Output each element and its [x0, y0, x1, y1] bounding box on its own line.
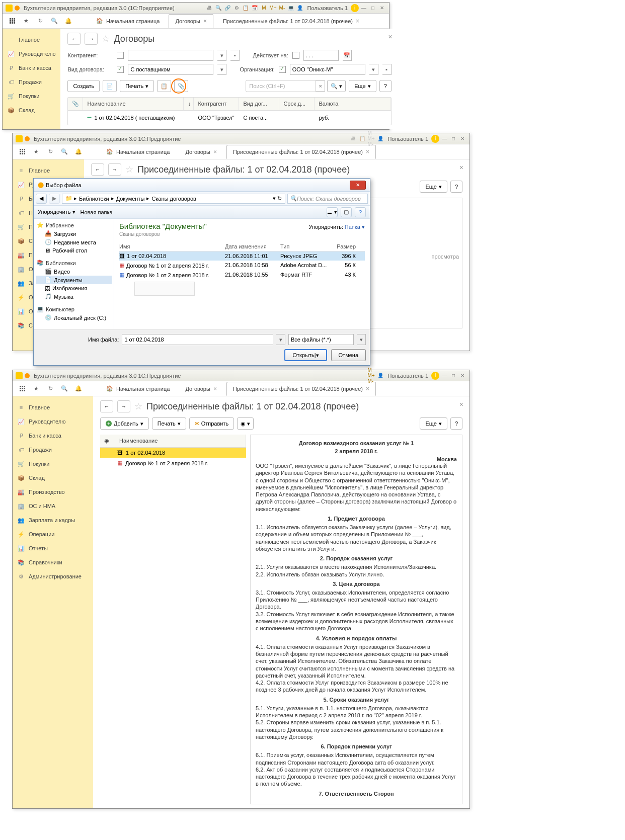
col-sort[interactable]: ↓ — [184, 98, 194, 110]
validon-input[interactable]: . . . — [303, 50, 339, 61]
col-type[interactable]: Вид дог... — [239, 98, 279, 110]
tab-close-icon[interactable]: × — [213, 148, 217, 155]
lib-documents[interactable]: 📄 Документы — [36, 276, 112, 284]
col-icon[interactable]: ◉ — [100, 435, 115, 447]
star-icon[interactable]: ★ — [21, 16, 32, 27]
org-dropdown[interactable]: ▾ — [369, 64, 378, 75]
help-button[interactable]: ? — [379, 80, 392, 92]
list-item[interactable]: ▦ Договор № 1 от 2 апреля 2018 г. — [100, 458, 246, 468]
search-button[interactable]: 🔍 ▾ — [327, 80, 346, 92]
print-icon[interactable]: 🖶 — [205, 4, 213, 12]
info-icon[interactable]: i — [351, 4, 359, 12]
tab-contracts[interactable]: Договоры × — [179, 145, 223, 159]
star-icon[interactable]: ★ — [31, 146, 42, 157]
info-icon[interactable]: i — [431, 135, 439, 143]
lib-group[interactable]: 📚 Библиотеки — [36, 259, 112, 267]
sidebar-item[interactable]: ≡Главное — [13, 400, 93, 414]
minimize-icon[interactable]: — — [360, 4, 368, 12]
calc-icon[interactable]: 📋 — [242, 4, 250, 12]
sidebar-item-bank[interactable]: ₽Банк и касса — [3, 61, 60, 75]
tab-attached[interactable]: Присоединенные файлы: 1 от 02.04.2018 (п… — [226, 382, 376, 396]
filter-dropdown[interactable]: ▾ — [357, 334, 366, 345]
org-more[interactable]: ▪ — [382, 64, 392, 75]
tab-close-icon[interactable]: × — [366, 148, 369, 155]
col-name[interactable]: Наименование — [115, 435, 246, 447]
fav-downloads[interactable]: 📥 Загрузки — [36, 229, 112, 238]
sidebar-item-warehouse[interactable]: 📦Склад — [3, 103, 60, 117]
page-close-icon[interactable]: × — [459, 163, 463, 172]
file-row[interactable]: ▦ Договор № 1 от 2 апреля 2018 г. 21.06.… — [119, 261, 365, 270]
close-icon[interactable]: ✕ — [378, 4, 386, 12]
bell-icon[interactable]: 🔔 — [73, 146, 84, 157]
window-icon[interactable]: 💻 — [287, 4, 295, 12]
contractor-checkbox[interactable] — [117, 52, 124, 59]
sidebar-item-main[interactable]: ≡Главное — [3, 33, 60, 47]
col-size[interactable]: Размер — [336, 243, 356, 249]
open-button[interactable]: Открыть |▾ — [284, 349, 327, 361]
date-picker-icon[interactable]: 📅 — [343, 50, 352, 61]
sidebar-item[interactable]: ≡Главное — [13, 163, 84, 178]
m-icon[interactable]: M — [260, 4, 268, 12]
preview-toggle[interactable]: ▢ — [341, 207, 352, 217]
print-button[interactable]: Печать ▾ — [152, 417, 186, 430]
newfolder-button[interactable]: Новая папка — [81, 209, 113, 215]
minimize-icon[interactable]: — — [440, 372, 448, 380]
tab-home[interactable]: 🏠 Начальная страница — [90, 15, 166, 27]
col-type[interactable]: Тип — [280, 243, 336, 249]
user-name[interactable]: Пользователь 1 — [385, 373, 430, 379]
search-icon[interactable]: 🔍 — [59, 146, 70, 157]
fav-group[interactable]: ⭐ Избранное — [36, 221, 112, 229]
col-term[interactable]: Срок д... — [279, 98, 315, 110]
org-checkbox[interactable] — [279, 66, 286, 73]
back-button[interactable]: ← — [67, 33, 81, 45]
comp-group[interactable]: 💻 Компьютер — [36, 305, 112, 313]
sort-value[interactable]: Папка ▾ — [345, 224, 365, 230]
maximize-icon[interactable]: □ — [369, 4, 377, 12]
sidebar-item[interactable]: 📦Склад — [13, 471, 93, 485]
sidebar-item[interactable]: 🏷Продажи — [13, 443, 93, 457]
favorite-icon[interactable]: ☆ — [102, 33, 110, 44]
contract-type-dropdown[interactable]: ▾ — [217, 64, 226, 75]
maximize-icon[interactable]: □ — [449, 372, 457, 380]
tab-contracts[interactable]: Договоры × — [179, 382, 223, 396]
sidebar-item[interactable]: 👥Зарплата и кадры — [13, 513, 93, 527]
col-name[interactable]: Имя — [119, 243, 225, 249]
bell-icon[interactable]: 🔔 — [63, 16, 74, 27]
tab-attached[interactable]: Присоединенные файлы: 1 от 02.04.2018 (п… — [226, 145, 376, 159]
col-contractor[interactable]: Контрагент — [194, 98, 239, 110]
close-icon[interactable]: ✕ — [458, 135, 466, 143]
sidebar-item[interactable]: ⚙Администрирование — [13, 569, 93, 583]
history-icon[interactable]: ↻ — [45, 146, 56, 157]
contractor-more[interactable]: ▪ — [230, 50, 240, 61]
search-input[interactable]: Поиск (Ctrl+F) — [246, 80, 316, 92]
list-item[interactable]: 🖼 1 от 02.04.2018 — [100, 448, 246, 458]
list-button[interactable]: 📋 — [157, 80, 171, 92]
tool-icon[interactable]: 🔍 — [214, 4, 222, 12]
cancel-button[interactable]: Отмена — [331, 349, 366, 361]
apps-icon[interactable] — [17, 146, 28, 157]
sidebar-item[interactable]: 🛒Покупки — [13, 457, 93, 471]
info-icon[interactable]: i — [431, 372, 439, 380]
more-button[interactable]: Еще ▾ — [420, 417, 447, 430]
app-dropdown-icon[interactable] — [15, 6, 20, 11]
more-button[interactable]: Еще ▾ — [420, 181, 447, 193]
sidebar-item-sales[interactable]: 🏷Продажи — [3, 75, 60, 89]
search-clear[interactable]: × — [316, 80, 325, 92]
tool-icon[interactable]: 📋 — [358, 135, 366, 143]
org-input[interactable]: ООО "Оникс-М" — [290, 64, 365, 75]
view-button[interactable]: ◉ ▾ — [237, 417, 254, 430]
print-button[interactable]: Печать ▾ — [120, 80, 154, 92]
col-icon[interactable]: 📎 — [68, 98, 83, 110]
send-button[interactable]: ✉ Отправить — [189, 417, 235, 430]
filename-input[interactable]: 1 от 02.04.2018 — [122, 334, 273, 345]
tab-attached[interactable]: Присоединенные файлы: 1 от 02.04.2018 (п… — [216, 14, 366, 28]
more-button[interactable]: Еще ▾ — [349, 80, 376, 92]
help-button[interactable]: ? — [450, 417, 462, 430]
lib-video[interactable]: 🎬 Видео — [36, 267, 112, 276]
sidebar-item[interactable]: ⚡Операции — [13, 527, 93, 541]
app-dropdown-icon[interactable] — [25, 136, 30, 141]
tool-icon[interactable]: 🖶 — [349, 135, 357, 143]
forward-button[interactable]: → — [117, 400, 130, 412]
gear-icon[interactable]: ⚙ — [232, 4, 241, 12]
file-row[interactable]: 🖼 1 от 02.04.2018 21.06.2018 11:01 Рисун… — [119, 251, 365, 261]
